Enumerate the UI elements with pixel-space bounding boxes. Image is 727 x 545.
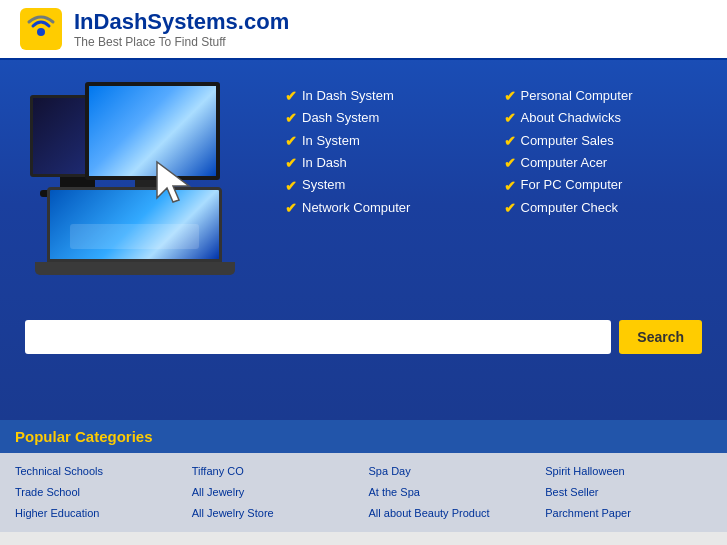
check-icon: ✔ (285, 85, 297, 107)
link-label: Computer Sales (521, 131, 614, 152)
popular-col-3: Spa Day At the Spa All about Beauty Prod… (364, 461, 541, 524)
popular-item[interactable]: Trade School (15, 482, 182, 503)
popular-item[interactable]: At the Spa (369, 482, 536, 503)
check-icon: ✔ (285, 107, 297, 129)
monitor-main (85, 82, 220, 180)
laptop-base (35, 262, 235, 275)
link-label: In Dash (302, 153, 347, 174)
popular-item[interactable]: Technical Schools (15, 461, 182, 482)
list-item[interactable]: ✔ System (285, 175, 484, 197)
header: InDashSystems.com The Best Place To Find… (0, 0, 727, 60)
monitor-stack (25, 80, 265, 280)
computer-graphic (25, 80, 265, 300)
header-text: InDashSystems.com The Best Place To Find… (74, 9, 289, 49)
popular-item[interactable]: Spa Day (369, 461, 536, 482)
links-left: ✔ In Dash System ✔ Dash System ✔ In Syst… (285, 85, 484, 219)
popular-item[interactable]: Spirit Halloween (545, 461, 712, 482)
list-item[interactable]: ✔ Computer Acer (504, 152, 703, 174)
link-label: For PC Computer (521, 175, 623, 196)
svg-point-1 (37, 28, 45, 36)
content-area: ✔ In Dash System ✔ Dash System ✔ In Syst… (25, 80, 702, 300)
link-label: Dash System (302, 108, 379, 129)
check-icon: ✔ (285, 130, 297, 152)
popular-item[interactable]: All Jewelry (192, 482, 359, 503)
link-label: About Chadwicks (521, 108, 621, 129)
list-item[interactable]: ✔ In Dash (285, 152, 484, 174)
popular-col-2: Tiffany CO All Jewelry All Jewelry Store (187, 461, 364, 524)
list-item[interactable]: ✔ In Dash System (285, 85, 484, 107)
list-item[interactable]: ✔ Network Computer (285, 197, 484, 219)
list-item[interactable]: ✔ Computer Sales (504, 130, 703, 152)
list-item[interactable]: ✔ In System (285, 130, 484, 152)
link-label: In System (302, 131, 360, 152)
links-right: ✔ Personal Computer ✔ About Chadwicks ✔ … (504, 85, 703, 219)
link-label: Computer Acer (521, 153, 608, 174)
search-button[interactable]: Search (619, 320, 702, 354)
link-label: In Dash System (302, 86, 394, 107)
search-input[interactable] (25, 320, 611, 354)
popular-title: Popular Categories (15, 428, 712, 445)
list-item[interactable]: ✔ Computer Check (504, 197, 703, 219)
popular-section: Popular Categories Technical Schools Tra… (0, 420, 727, 532)
link-label: Personal Computer (521, 86, 633, 107)
check-icon: ✔ (504, 130, 516, 152)
link-label: Network Computer (302, 198, 410, 219)
check-icon: ✔ (504, 197, 516, 219)
site-title: InDashSystems.com (74, 9, 289, 35)
link-label: System (302, 175, 345, 196)
popular-item[interactable]: All about Beauty Product (369, 503, 536, 524)
check-icon: ✔ (285, 197, 297, 219)
search-bar: Search (25, 320, 702, 354)
cursor-icon (155, 160, 195, 204)
list-item[interactable]: ✔ Dash System (285, 107, 484, 129)
laptop-screen (47, 187, 222, 262)
list-item[interactable]: ✔ About Chadwicks (504, 107, 703, 129)
popular-col-1: Technical Schools Trade School Higher Ed… (10, 461, 187, 524)
check-icon: ✔ (504, 152, 516, 174)
list-item[interactable]: ✔ Personal Computer (504, 85, 703, 107)
logo-icon (20, 8, 62, 50)
check-icon: ✔ (504, 107, 516, 129)
check-icon: ✔ (285, 175, 297, 197)
popular-item[interactable]: Higher Education (15, 503, 182, 524)
links-area: ✔ In Dash System ✔ Dash System ✔ In Syst… (285, 80, 702, 300)
popular-header: Popular Categories (0, 420, 727, 453)
list-item[interactable]: ✔ For PC Computer (504, 175, 703, 197)
popular-item[interactable]: All Jewelry Store (192, 503, 359, 524)
popular-col-4: Spirit Halloween Best Seller Parchment P… (540, 461, 717, 524)
check-icon: ✔ (285, 152, 297, 174)
popular-item[interactable]: Tiffany CO (192, 461, 359, 482)
laptop (35, 187, 235, 275)
svg-marker-2 (157, 162, 189, 202)
popular-item[interactable]: Best Seller (545, 482, 712, 503)
link-label: Computer Check (521, 198, 619, 219)
site-subtitle: The Best Place To Find Stuff (74, 35, 289, 49)
popular-item[interactable]: Parchment Paper (545, 503, 712, 524)
check-icon: ✔ (504, 85, 516, 107)
main-section: ✔ In Dash System ✔ Dash System ✔ In Syst… (0, 60, 727, 420)
popular-grid: Technical Schools Trade School Higher Ed… (0, 453, 727, 532)
check-icon: ✔ (504, 175, 516, 197)
